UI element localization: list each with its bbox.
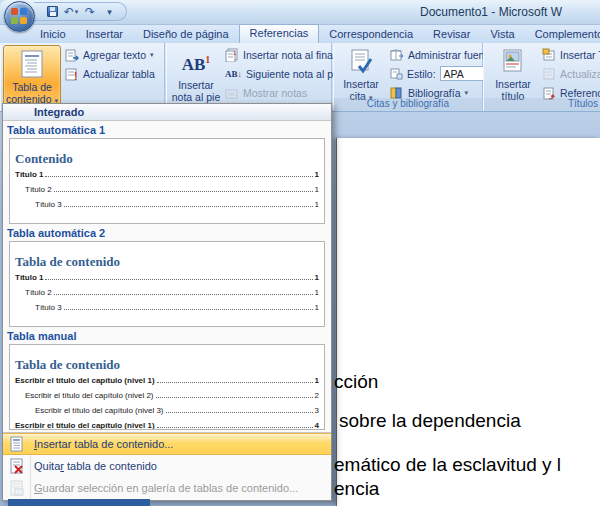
mostrar-notas-button: Mostrar notas <box>225 84 307 101</box>
insert-toc-icon <box>9 436 24 452</box>
toc-preview-row: Título 31 <box>35 303 319 312</box>
group-label-citas: Citas y bibliografía <box>334 98 482 111</box>
tab-complementos[interactable]: Complementos <box>525 26 600 43</box>
preview-heading: Contenido <box>15 152 319 166</box>
group-tabla-de-contenido: Tabla de contenido ▾ Agregar texto ▾ ! A… <box>0 43 165 111</box>
document-page[interactable] <box>336 138 600 506</box>
guardar-seleccion-galeria-item: Guardar selección en galería de tablas d… <box>3 477 331 499</box>
dropdown-arrow-icon: ▾ <box>465 89 469 97</box>
next-footnote-icon: AB↓ <box>225 69 242 79</box>
update-table-icon: ! <box>65 67 79 81</box>
gallery-item-tabla-manual[interactable]: Tabla de contenido Escribir el título de… <box>9 344 325 430</box>
toc-preview-row: Escribir el título del capítulo (nivel 1… <box>15 421 319 430</box>
update-table-figures-icon <box>542 67 556 81</box>
ribbon: Tabla de contenido ▾ Agregar texto ▾ ! A… <box>0 43 600 112</box>
quick-access-toolbar: ↶▾ ↷ ▾ <box>34 2 127 21</box>
window-title: Documento1 - Microsoft W <box>420 5 600 19</box>
tabla-de-contenido-button[interactable]: Tabla de contenido ▾ <box>3 45 61 108</box>
tab-revisar[interactable]: Revisar <box>423 26 480 43</box>
toc-preview-row: Título 11 <box>15 170 319 179</box>
insertar-nota-al-pie-button[interactable]: AB1 Insertar nota al pie <box>169 45 223 108</box>
dotted-leader <box>64 309 313 310</box>
group-label-titulos: Títulos <box>484 98 600 111</box>
chevron-down-icon: ▾ <box>107 7 111 17</box>
redo-icon: ↷ <box>85 5 95 19</box>
show-notes-icon <box>225 86 239 100</box>
tab-inicio[interactable]: Inicio <box>30 26 76 43</box>
document-heading-fragment: sobre la dependencia <box>339 410 521 432</box>
document-heading-fragment: cción <box>334 371 378 393</box>
group-titulos: Insertar título Insertar Tab Actualizar … <box>483 43 600 111</box>
document-heading-fragment: emático de la esclavitud y l <box>334 454 561 476</box>
toc-gallery-menu: Integrado Tabla automática 1 Contenido T… <box>2 103 332 501</box>
word-window: ↶▾ ↷ ▾ Documento1 - Microsoft W Inicio I… <box>0 0 600 506</box>
dotted-leader <box>54 191 313 192</box>
toc-preview-row: Título 11 <box>15 273 319 282</box>
manage-sources-icon <box>390 48 404 62</box>
dotted-leader <box>45 176 312 177</box>
document-heading-fragment: encia <box>334 478 379 500</box>
actualizar-tabla-ilustraciones-button: Actualizar t <box>542 65 600 82</box>
tab-diseno-de-pagina[interactable]: Diseño de página <box>133 26 239 43</box>
preview-heading: Tabla de contenido <box>15 255 319 269</box>
undo-dropdown-icon[interactable]: ▾ <box>75 8 79 16</box>
estilo-row: Estilo: APA ▾ <box>390 65 494 82</box>
dotted-leader <box>54 294 313 295</box>
toc-preview-row: Título 21 <box>25 185 319 194</box>
toc-preview-row: Escribir el título del capítulo (nivel 3… <box>35 406 319 415</box>
dotted-leader <box>157 382 313 383</box>
toc-preview-row: Escribir el título del capítulo (nivel 1… <box>15 376 319 385</box>
gallery-item-tabla-automatica-2[interactable]: Tabla de contenido Título 11 Título 21 T… <box>9 241 325 327</box>
save-selection-icon <box>9 480 24 496</box>
tab-correspondencia[interactable]: Correspondencia <box>319 26 423 43</box>
insert-caption-icon <box>501 49 525 75</box>
dotted-leader <box>64 206 313 207</box>
dotted-leader <box>157 427 313 428</box>
save-icon <box>47 6 58 17</box>
undo-button[interactable]: ↶▾ <box>63 4 79 19</box>
toc-preview-row: Escribir el título del capítulo (nivel 2… <box>25 391 319 400</box>
estilo-value: APA <box>444 68 464 80</box>
tab-referencias[interactable]: Referencias <box>239 24 320 43</box>
group-notas-al-pie: AB1 Insertar nota al pie 1 Insertar nota… <box>166 43 332 111</box>
insert-table-figures-icon <box>542 48 556 62</box>
office-button[interactable] <box>4 1 35 32</box>
undo-icon: ↶ <box>64 5 74 19</box>
siguiente-nota-al-pie-button[interactable]: AB↓ Siguiente nota al pie ▾ <box>225 65 349 82</box>
gallery-section-label: Tabla manual <box>3 327 331 344</box>
save-button[interactable] <box>44 4 60 19</box>
gallery-header: Integrado <box>3 104 331 121</box>
tab-insertar[interactable]: Insertar <box>76 26 133 43</box>
title-bar: ↶▾ ↷ ▾ Documento1 - Microsoft W <box>0 0 600 25</box>
toc-document-icon <box>20 50 44 78</box>
redo-button[interactable]: ↷ <box>82 4 98 19</box>
footnote-ab1-icon: AB1 <box>182 49 211 76</box>
qat-customize-button[interactable]: ▾ <box>101 4 117 19</box>
gallery-section-label: Tabla automática 1 <box>3 121 331 138</box>
toc-preview-row: Título 31 <box>35 200 319 209</box>
quitar-tabla-de-contenido-item[interactable]: Quitar tabla de contenido <box>3 455 331 477</box>
tab-vista[interactable]: Vista <box>480 26 524 43</box>
dotted-leader <box>166 412 313 413</box>
insertar-nota-al-final-button[interactable]: 1 Insertar nota al final <box>225 46 335 63</box>
big-button-label: Tabla de <box>12 81 52 93</box>
preview-heading: Tabla de contenido <box>15 358 319 372</box>
style-icon <box>390 67 403 80</box>
actualizar-tabla-button[interactable]: ! Actualizar tabla <box>65 65 155 82</box>
status-bar-fragment <box>8 499 150 506</box>
office-logo-icon <box>11 8 28 25</box>
gallery-section-label: Tabla automática 2 <box>3 224 331 241</box>
gallery-item-tabla-automatica-1[interactable]: Contenido Título 11 Título 21 Título 31 <box>9 138 325 224</box>
dotted-leader <box>156 397 313 398</box>
insertar-tabla-de-contenido-item[interactable]: Insertar tabla de contenido... <box>3 433 331 455</box>
group-citas-y-bibliografia: Insertar cita ▾ Administrar fuentes Esti… <box>333 43 483 111</box>
toc-preview-row: Título 21 <box>25 288 319 297</box>
endnote-icon: 1 <box>225 48 239 62</box>
dropdown-arrow-icon: ▾ <box>150 51 154 59</box>
agregar-texto-button[interactable]: Agregar texto ▾ <box>65 46 154 63</box>
dotted-leader <box>45 279 312 280</box>
svg-text:!: ! <box>74 71 77 81</box>
remove-toc-icon <box>9 458 24 474</box>
insert-citation-icon <box>349 49 373 75</box>
insertar-tabla-ilustraciones-button[interactable]: Insertar Tab <box>542 46 600 63</box>
